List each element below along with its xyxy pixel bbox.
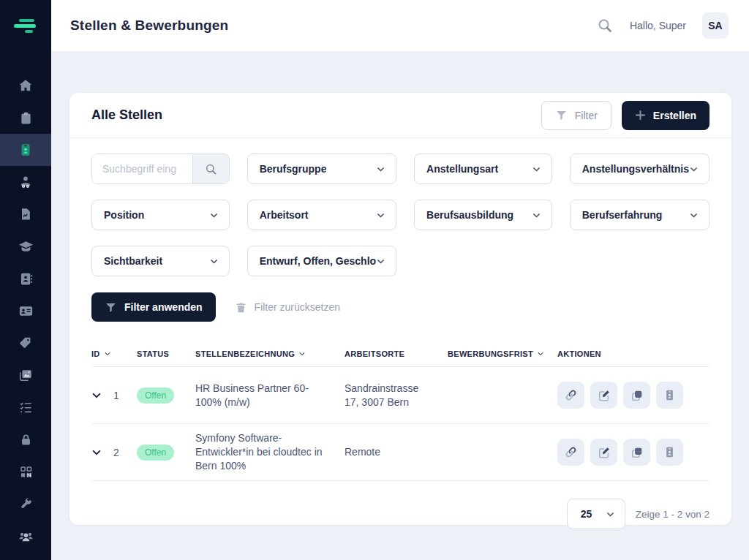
dropdown-label: Sichtbarkeit: [104, 255, 162, 267]
duplicate-button[interactable]: [623, 439, 650, 466]
app-logo[interactable]: [0, 0, 51, 51]
badge-icon: [663, 388, 677, 402]
dropdown-berufsausbildung[interactable]: Berufsausbildung: [414, 200, 552, 230]
clipboard-icon: [18, 110, 34, 126]
funnel-icon: [555, 109, 568, 121]
dropdown-label: Berufsgruppe: [260, 163, 327, 175]
sidebar-item-clipboard[interactable]: [0, 102, 51, 134]
column-label: STATUS: [137, 349, 169, 358]
wrench-icon: [18, 496, 34, 512]
chevron-down-icon: [532, 211, 541, 220]
copy-link-button[interactable]: [557, 382, 584, 409]
plus-icon: [635, 110, 646, 121]
candidate-badge-button[interactable]: [656, 382, 683, 409]
pagination-range: Zeige 1 - 2 von 2: [636, 509, 710, 520]
dropdown-berufsgruppe[interactable]: Berufsgruppe: [247, 154, 396, 184]
chevron-down-icon: [689, 211, 699, 220]
funnel-icon: [105, 301, 117, 314]
sidebar-item-qr[interactable]: [0, 455, 51, 488]
dropdown-label: Berufsausbildung: [426, 209, 513, 221]
sidebar-item-reports[interactable]: [0, 198, 51, 230]
chevron-down-icon: [91, 447, 102, 458]
users-icon: [18, 528, 34, 545]
filter-toggle-label: Filter: [575, 110, 598, 121]
column-header-bewerbungsfrist[interactable]: BEWERBUNGSFRIST: [448, 349, 557, 358]
sidebar-item-education[interactable]: [0, 230, 51, 262]
page-title: Stellen & Bewerbungen: [70, 18, 228, 34]
row-id: 2: [113, 447, 119, 458]
sort-chevron-icon: [298, 350, 306, 357]
edit-button[interactable]: [590, 439, 617, 466]
sidebar-item-id-cards[interactable]: [0, 295, 51, 327]
dropdown-sichtbarkeit[interactable]: Sichtbarkeit: [91, 246, 230, 276]
pagination: 25 Zeige 1 - 2 von 2: [91, 499, 710, 529]
sidebar: [0, 0, 51, 560]
sidebar-item-candidate-search[interactable]: [0, 166, 51, 198]
status-badge: Offen: [137, 387, 174, 404]
candidate-badge-button[interactable]: [656, 439, 683, 466]
dropdown-anstellungsverhaeltnis[interactable]: Anstellungsverhältnis: [570, 154, 710, 184]
qr-code-icon: [18, 464, 34, 480]
search-input[interactable]: [92, 154, 192, 183]
search-icon[interactable]: [596, 17, 614, 34]
copy-icon: [630, 388, 644, 403]
id-badge-icon: [18, 142, 34, 158]
job-title: HR Business Partner 60-100% (m/w): [195, 382, 345, 409]
dropdown-arbeitsort[interactable]: Arbeitsort: [247, 200, 396, 230]
column-header-status: STATUS: [137, 349, 195, 358]
sidebar-item-jobs-active[interactable]: [0, 134, 51, 166]
link-icon: [563, 387, 579, 403]
reset-filter-button[interactable]: Filter zurücksetzen: [235, 301, 340, 314]
job-title: Symfony Software-Entwickler*in bei cloud…: [195, 431, 345, 473]
sidebar-item-contacts[interactable]: [0, 262, 51, 295]
create-button-label: Erstellen: [653, 110, 696, 121]
sidebar-item-settings[interactable]: [0, 488, 51, 520]
dropdown-position[interactable]: Position: [91, 200, 230, 230]
dropdown-berufserfahrung[interactable]: Berufserfahrung: [570, 200, 710, 230]
column-header-stellenbezeichnung[interactable]: STELLENBEZEICHNUNG: [195, 349, 345, 358]
edit-icon: [597, 388, 611, 403]
search-icon: [204, 162, 218, 176]
dropdown-status[interactable]: Entwurf, Offen, Geschlo: [247, 246, 396, 276]
badge-icon: [663, 445, 677, 459]
user-greeting: Hallo, Super: [630, 20, 686, 31]
dropdown-label: Anstellungsart: [426, 163, 498, 175]
filter-toggle-button[interactable]: Filter: [541, 101, 611, 130]
sidebar-item-tasks[interactable]: [0, 391, 51, 423]
tag-icon: [18, 335, 34, 351]
table-header-row: ID STATUS STELLENBEZEICHNUNG ARBEITSORTE: [91, 341, 710, 367]
avatar[interactable]: SA: [702, 12, 729, 39]
edit-icon: [597, 445, 611, 460]
edit-button[interactable]: [590, 382, 617, 409]
sidebar-item-tags[interactable]: [0, 327, 51, 359]
topbar: Stellen & Bewerbungen Hallo, Super SA: [51, 0, 749, 51]
apply-filter-button[interactable]: Filter anwenden: [91, 292, 216, 322]
sidebar-item-security[interactable]: [0, 423, 51, 455]
expand-row-button[interactable]: [91, 390, 102, 401]
filter-grid: Berufsgruppe Anstellungsart Anstellungsv…: [91, 154, 710, 276]
lock-icon: [18, 432, 34, 447]
sidebar-item-home[interactable]: [0, 69, 51, 102]
page-size-select[interactable]: 25: [567, 499, 625, 529]
dropdown-anstellungsart[interactable]: Anstellungsart: [414, 154, 552, 184]
column-label: ARBEITSORTE: [345, 349, 404, 358]
chevron-down-icon: [209, 211, 219, 220]
column-header-id[interactable]: ID: [91, 349, 137, 358]
copy-link-button[interactable]: [557, 439, 584, 466]
chevron-down-icon: [209, 257, 219, 266]
chevron-down-icon: [532, 164, 541, 174]
column-label: BEWERBUNGSFRIST: [448, 349, 533, 358]
sidebar-item-users[interactable]: [0, 520, 51, 552]
job-locations: Sandrainstrasse 17, 3007 Bern: [345, 382, 448, 409]
search-submit-button[interactable]: [192, 154, 229, 183]
graduation-cap-icon: [18, 238, 34, 255]
dropdown-label: Position: [104, 209, 144, 221]
reset-filter-label: Filter zurücksetzen: [255, 301, 340, 313]
link-icon: [563, 444, 579, 460]
checklist-icon: [18, 400, 34, 415]
trash-icon: [235, 301, 247, 314]
sidebar-item-media[interactable]: [0, 359, 51, 391]
duplicate-button[interactable]: [623, 382, 650, 409]
create-button[interactable]: Erstellen: [622, 101, 710, 130]
expand-row-button[interactable]: [91, 447, 102, 458]
